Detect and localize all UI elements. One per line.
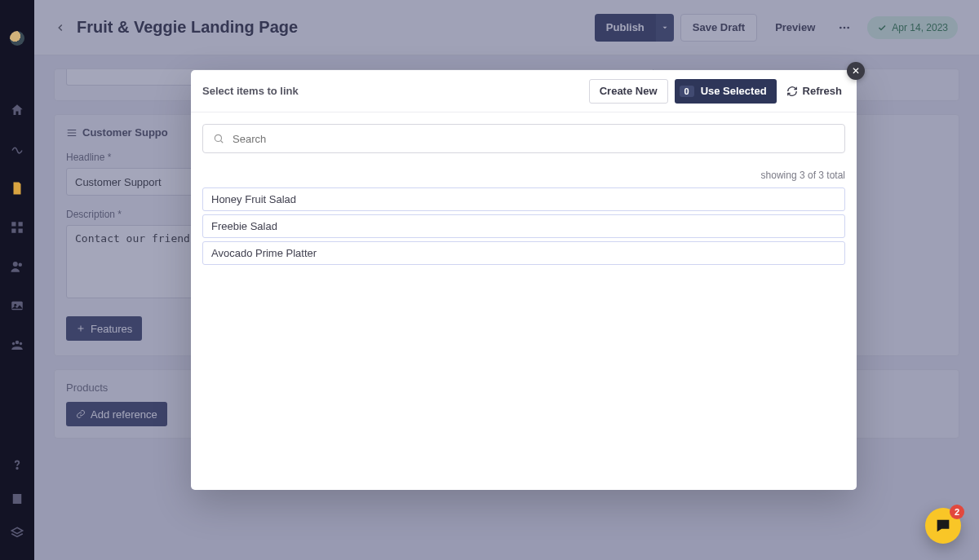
pages-icon[interactable]: [10, 181, 24, 196]
svg-point-5: [19, 263, 23, 267]
result-item[interactable]: Honey Fruit Salad: [202, 187, 845, 211]
result-item[interactable]: Freebie Salad: [202, 214, 845, 238]
refresh-button[interactable]: Refresh: [783, 79, 845, 104]
app-logo[interactable]: [10, 31, 24, 46]
users-icon[interactable]: [10, 259, 24, 274]
modal-title: Select items to link: [202, 85, 299, 97]
team-icon[interactable]: [10, 337, 24, 352]
svg-point-4: [13, 262, 18, 267]
svg-rect-3: [19, 229, 23, 233]
svg-point-9: [12, 342, 15, 345]
close-icon[interactable]: ✕: [847, 62, 865, 80]
left-sidebar: [0, 0, 34, 560]
result-item[interactable]: Avocado Prime Platter: [202, 241, 845, 265]
svg-rect-1: [19, 222, 23, 226]
svg-rect-2: [11, 229, 16, 233]
use-selected-label: Use Selected: [701, 85, 767, 97]
use-selected-button[interactable]: 0 Use Selected: [675, 79, 777, 104]
search-field[interactable]: [202, 124, 845, 153]
svg-point-11: [16, 468, 18, 470]
svg-point-8: [16, 341, 20, 345]
docs-icon[interactable]: [10, 492, 24, 506]
svg-point-15: [215, 134, 221, 141]
grid-icon[interactable]: [10, 220, 24, 235]
selected-count: 0: [680, 86, 694, 97]
layers-icon[interactable]: [10, 526, 24, 540]
notification-badge: 2: [950, 505, 964, 519]
svg-point-10: [20, 342, 22, 345]
modal-header: Select items to link Create New 0 Use Se…: [191, 70, 857, 112]
chat-bubble[interactable]: 2: [925, 508, 961, 544]
media-icon[interactable]: [10, 298, 24, 313]
activity-icon[interactable]: [10, 142, 24, 157]
home-icon[interactable]: [10, 103, 24, 117]
create-new-button[interactable]: Create New: [589, 79, 668, 104]
refresh-label: Refresh: [803, 85, 842, 97]
help-icon[interactable]: [10, 457, 24, 472]
main-area: Fruit & Veggie Landing Page Publish Save…: [34, 0, 979, 560]
link-items-modal: ✕ Select items to link Create New 0 Use …: [191, 70, 857, 490]
svg-rect-0: [11, 222, 16, 226]
result-count: showing 3 of 3 total: [202, 170, 845, 181]
modal-body: showing 3 of 3 total Honey Fruit Salad F…: [191, 112, 857, 490]
svg-point-7: [14, 304, 16, 306]
search-input[interactable]: [233, 133, 835, 145]
